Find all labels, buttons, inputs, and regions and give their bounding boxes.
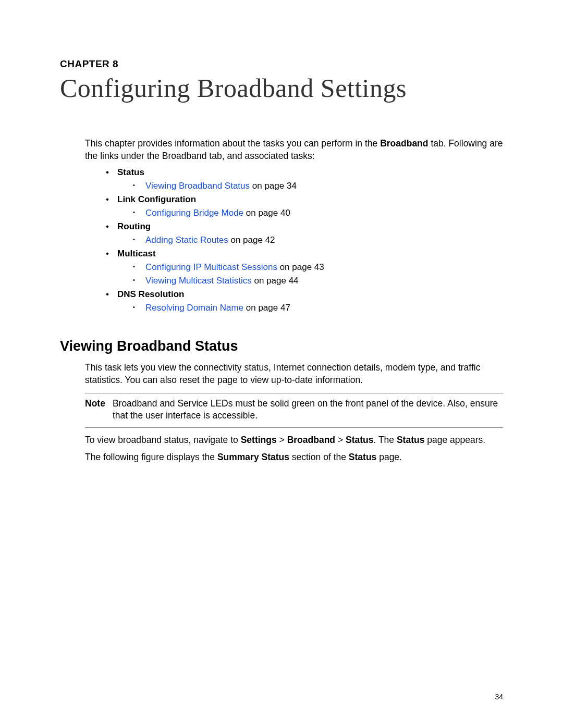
- intro-bold-tab: Broadband: [380, 138, 428, 149]
- chapter-label: CHAPTER 8: [60, 58, 503, 70]
- list-item: Viewing Broadband Status on page 34: [133, 181, 503, 191]
- page-ref: on page 44: [252, 276, 299, 286]
- note-label: Note: [85, 398, 105, 422]
- topic-category: Link Configuration: [117, 194, 196, 204]
- page-ref: on page 34: [250, 181, 297, 191]
- link-configuring-ip-multicast[interactable]: Configuring IP Multicast Sessions: [145, 262, 277, 272]
- list-item: Resolving Domain Name on page 47: [133, 303, 503, 313]
- note-text: Broadband and Service LEDs must be solid…: [113, 398, 503, 422]
- link-resolving-domain-name[interactable]: Resolving Domain Name: [145, 303, 243, 313]
- topic-link-configuration: Link Configuration Configuring Bridge Mo…: [106, 194, 503, 218]
- nav-broadband: Broadband: [287, 435, 335, 445]
- page-ref: on page 47: [243, 303, 290, 313]
- topic-items: Viewing Broadband Status on page 34: [133, 181, 503, 191]
- list-item: Configuring IP Multicast Sessions on pag…: [133, 262, 503, 273]
- topic-items: Adding Static Routes on page 42: [133, 235, 503, 245]
- topic-category: DNS Resolution: [117, 289, 184, 299]
- section-heading: Viewing Broadband Status: [60, 338, 503, 354]
- section-p1: This task lets you view the connectivity…: [85, 362, 503, 386]
- topics-list: Status Viewing Broadband Status on page …: [106, 167, 503, 313]
- topic-dns-resolution: DNS Resolution Resolving Domain Name on …: [106, 289, 503, 313]
- list-item: Configuring Bridge Mode on page 40: [133, 208, 503, 218]
- chapter-title: Configuring Broadband Settings: [60, 73, 503, 103]
- topic-items: Configuring IP Multicast Sessions on pag…: [133, 262, 503, 286]
- topic-items: Configuring Bridge Mode on page 40: [133, 208, 503, 218]
- topic-multicast: Multicast Configuring IP Multicast Sessi…: [106, 249, 503, 286]
- nav-instruction: To view broadband status, navigate to Se…: [85, 434, 503, 447]
- fig-b1: Summary Status: [217, 452, 289, 462]
- page-number: 34: [495, 693, 503, 701]
- nav-settings: Settings: [241, 435, 277, 445]
- topic-category: Status: [117, 167, 144, 177]
- topic-category: Routing: [117, 221, 151, 231]
- nav-suffix: page appears.: [424, 435, 485, 445]
- topic-items: Resolving Domain Name on page 47: [133, 303, 503, 313]
- page-ref: on page 42: [228, 235, 275, 245]
- topic-routing: Routing Adding Static Routes on page 42: [106, 221, 503, 245]
- page-ref: on page 40: [243, 208, 290, 218]
- fig-suffix: page.: [376, 452, 402, 462]
- list-item: Adding Static Routes on page 42: [133, 235, 503, 245]
- fig-b2: Status: [349, 452, 376, 462]
- fig-mid: section of the: [289, 452, 349, 462]
- intro-paragraph: This chapter provides information about …: [85, 138, 503, 162]
- fig-prefix: The following figure displays the: [85, 452, 217, 462]
- list-item: Viewing Multicast Statistics on page 44: [133, 276, 503, 286]
- nav-after: . The: [373, 435, 396, 445]
- nav-status: Status: [346, 435, 373, 445]
- link-viewing-broadband-status[interactable]: Viewing Broadband Status: [145, 181, 250, 191]
- figure-caption: The following figure displays the Summar…: [85, 451, 503, 464]
- intro-prefix: This chapter provides information about …: [85, 138, 380, 149]
- link-configuring-bridge-mode[interactable]: Configuring Bridge Mode: [145, 208, 243, 218]
- topic-category: Multicast: [117, 249, 156, 258]
- link-viewing-multicast-statistics[interactable]: Viewing Multicast Statistics: [145, 276, 252, 286]
- note-block: Note Broadband and Service LEDs must be …: [85, 393, 503, 428]
- page-ref: on page 43: [277, 262, 324, 272]
- nav-sep1: >: [277, 435, 287, 445]
- nav-prefix: To view broadband status, navigate to: [85, 435, 241, 445]
- topic-status: Status Viewing Broadband Status on page …: [106, 167, 503, 191]
- link-adding-static-routes[interactable]: Adding Static Routes: [145, 235, 228, 245]
- page-root: CHAPTER 8 Configuring Broadband Settings…: [0, 0, 563, 464]
- nav-status2: Status: [397, 435, 424, 445]
- nav-sep2: >: [335, 435, 346, 445]
